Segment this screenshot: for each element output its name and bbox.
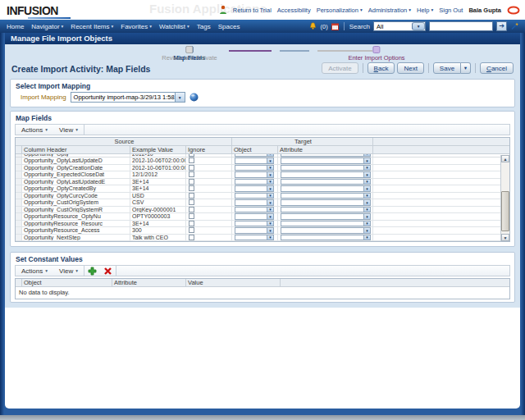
view-menu[interactable]: View ▾ (53, 126, 84, 134)
nav-item[interactable]: Home (7, 23, 24, 30)
attribute-select[interactable]: ▾ (281, 165, 371, 171)
object-select[interactable]: ▾ (235, 179, 274, 185)
chevron-down-icon[interactable]: ▾ (412, 22, 425, 30)
top-link[interactable]: Accessibility (277, 7, 311, 14)
ignore-checkbox[interactable] (189, 235, 194, 240)
top-link[interactable]: Personalization ▾ (317, 7, 363, 14)
table-row[interactable]: OpportunityResource_Access 300 ▾ ▾ (16, 227, 500, 235)
object-select[interactable]: ▾ (235, 165, 274, 171)
ignore-heading[interactable]: Ignore (186, 146, 232, 153)
object-select[interactable]: ▾ (235, 199, 274, 206)
object-select[interactable]: ▾ (235, 213, 274, 220)
ignore-checkbox[interactable] (189, 221, 194, 226)
attribute-select[interactable]: ▾ (281, 193, 371, 199)
back-button[interactable]: Back (368, 62, 395, 74)
actions-menu[interactable]: Actions ▾ (16, 267, 53, 275)
ignore-checkbox[interactable] (189, 154, 194, 157)
table-row[interactable]: Opportunity_NextStep Talk with CEO ▾ ▾ (16, 235, 500, 242)
attribute-select[interactable]: ▾ (281, 199, 371, 206)
table-row[interactable]: OpportunityResource_Resourc 3E+14 ▾ ▾ (16, 221, 500, 228)
object-select[interactable]: ▾ (235, 227, 274, 234)
ignore-checkbox[interactable] (189, 213, 194, 219)
actions-menu[interactable]: Actions ▾ (16, 126, 53, 134)
ignore-checkbox[interactable] (189, 207, 194, 212)
calendar-icon[interactable] (331, 23, 339, 30)
ignore-checkbox[interactable] (189, 171, 194, 177)
attribute-select[interactable]: ▾ (281, 158, 371, 164)
attribute-select[interactable]: ▾ (281, 171, 371, 178)
view-menu[interactable]: View ▾ (53, 267, 84, 275)
object-select[interactable]: ▾ (235, 235, 274, 241)
nav-item[interactable]: Tags (197, 23, 211, 30)
user-name[interactable]: Bala Gupta (468, 7, 501, 14)
scroll-up-arrow[interactable]: ▲ (501, 155, 509, 162)
chevron-down-icon[interactable]: ▾ (175, 93, 185, 102)
object-heading[interactable]: Object (22, 279, 112, 286)
attribute-select[interactable]: ▾ (281, 179, 371, 185)
save-button[interactable]: Save (433, 62, 461, 74)
attribute-select[interactable]: ▾ (281, 207, 371, 213)
object-heading[interactable]: Object (232, 146, 278, 153)
attribute-select[interactable]: ▾ (281, 154, 371, 157)
object-select[interactable]: ▾ (235, 171, 274, 178)
table-row[interactable]: Opportunity_ExpectedCloseDat 12/1/2012 ▾… (16, 171, 500, 179)
value-heading[interactable]: Value (186, 279, 281, 286)
ignore-checkbox[interactable] (189, 158, 194, 163)
table-row[interactable]: Opportunity_OptyLastUpdatedE 3E+14 ▾ ▾ (16, 179, 500, 186)
table-row[interactable]: Opportunity_CustOrigSystem CSV ▾ ▾ (16, 199, 500, 207)
attribute-select[interactable]: ▾ (281, 235, 371, 241)
attribute-select[interactable]: ▾ (281, 221, 371, 227)
example-value-heading[interactable]: Example Value (130, 146, 186, 153)
top-link[interactable]: Help ▾ (417, 7, 433, 14)
table-row[interactable]: Opportunity_OptyCurcyCode USD ▾ ▾ (16, 193, 500, 200)
nav-item[interactable]: Navigator ▾ (31, 23, 63, 30)
ignore-checkbox[interactable] (189, 165, 194, 171)
notification-count[interactable]: (0) (320, 23, 327, 30)
object-select[interactable]: ▾ (235, 154, 274, 157)
search-input[interactable] (429, 21, 493, 31)
top-link[interactable]: Sign Out (439, 7, 463, 14)
table-row[interactable]: OpportunityResource_OptyNu OPTY0000003 ▾… (16, 213, 500, 221)
attribute-heading[interactable]: Attribute (112, 279, 186, 286)
object-select[interactable]: ▾ (235, 185, 274, 192)
next-button[interactable]: Next (397, 62, 423, 74)
object-select[interactable]: ▾ (235, 158, 274, 164)
import-mapping-select[interactable]: Opportunity import-map-3/29/13 1:58 ▾ (71, 92, 185, 103)
notifications-bell-icon[interactable] (309, 22, 317, 30)
table-row[interactable]: Opportunity_OptyCreatedBy 3E+14 ▾ ▾ (16, 185, 500, 193)
save-menu-arrow[interactable]: ▼ (461, 62, 471, 74)
scroll-down-arrow[interactable]: ▼ (501, 234, 509, 241)
top-link[interactable]: Return to Trial (233, 7, 272, 14)
cancel-button[interactable]: Cancel (480, 62, 514, 74)
table-row[interactable]: Opportunity_OptyCreationDate 2012-10-06T… (16, 165, 500, 172)
attribute-select[interactable]: ▾ (281, 185, 371, 192)
ignore-checkbox[interactable] (189, 199, 194, 205)
nav-item[interactable]: Favorites ▾ (121, 23, 152, 30)
info-icon[interactable] (189, 93, 199, 102)
add-row-button[interactable] (88, 267, 97, 276)
vertical-scrollbar[interactable]: ▲ ▼ (500, 155, 509, 241)
activate-button[interactable]: Activate (322, 62, 358, 74)
advanced-search-icon[interactable] (510, 22, 518, 30)
column-header-heading[interactable]: Column Header (22, 146, 130, 153)
delete-row-button[interactable] (103, 267, 112, 276)
ignore-checkbox[interactable] (189, 185, 194, 191)
object-select[interactable]: ▾ (235, 221, 274, 227)
search-go-button[interactable]: ➔ (496, 21, 507, 31)
ignore-checkbox[interactable] (189, 179, 194, 185)
nav-item[interactable]: Recent Items ▾ (71, 23, 113, 30)
nav-item[interactable]: Spaces (218, 23, 240, 30)
ignore-checkbox[interactable] (189, 193, 194, 199)
table-row[interactable]: Opportunity_CustOrigSystemR OrgKey-00000… (16, 207, 500, 214)
attribute-select[interactable]: ▾ (281, 213, 371, 220)
scrollbar-thumb[interactable] (501, 191, 509, 231)
top-link[interactable]: Administration ▾ (368, 7, 411, 14)
attribute-select[interactable]: ▾ (281, 227, 371, 234)
search-scope-select[interactable]: All ▾ (373, 21, 426, 31)
object-select[interactable]: ▾ (235, 207, 274, 213)
attribute-heading[interactable]: Attribute (278, 146, 373, 153)
nav-item[interactable]: Watchlist ▾ (159, 23, 189, 30)
table-row[interactable]: Opportunity_OptyLastUpdateD 2012-10-06T0… (16, 158, 500, 165)
ignore-checkbox[interactable] (189, 227, 194, 233)
object-select[interactable]: ▾ (235, 193, 274, 199)
